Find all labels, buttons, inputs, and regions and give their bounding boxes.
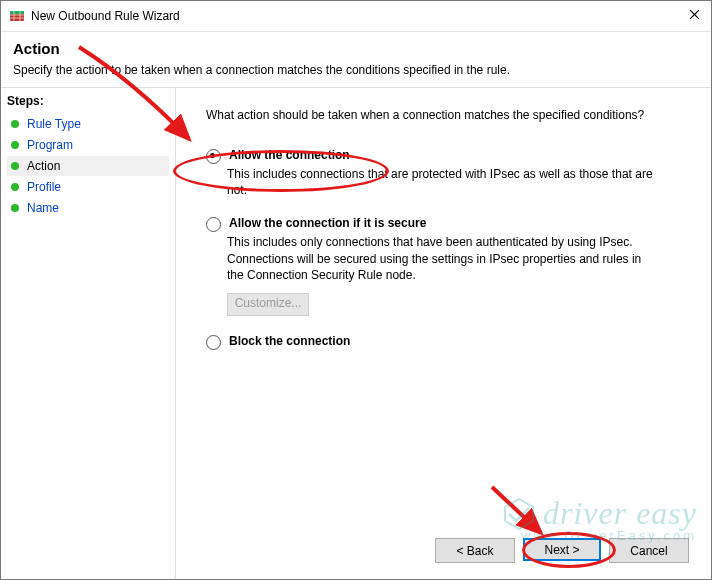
- radio-allow_secure[interactable]: [206, 217, 221, 232]
- main-panel: What action should be taken when a conne…: [176, 88, 711, 579]
- page-subtitle: Specify the action to be taken when a co…: [13, 63, 699, 77]
- window-title: New Outbound Rule Wizard: [31, 9, 180, 23]
- option-label-allow: Allow the connection: [229, 148, 350, 162]
- option-label-block: Block the connection: [229, 334, 350, 348]
- steps-sidebar: Steps: Rule TypeProgramActionProfileName: [1, 88, 176, 579]
- content-area: Steps: Rule TypeProgramActionProfileName…: [1, 87, 711, 579]
- option-desc-allow: This includes connections that are prote…: [227, 166, 657, 198]
- step-item-program[interactable]: Program: [7, 135, 169, 155]
- step-bullet-icon: [11, 204, 19, 212]
- radio-block[interactable]: [206, 335, 221, 350]
- step-item-name[interactable]: Name: [7, 198, 169, 218]
- option-label-allow_secure: Allow the connection if it is secure: [229, 216, 426, 230]
- step-item-action[interactable]: Action: [7, 156, 169, 176]
- radio-allow[interactable]: [206, 149, 221, 164]
- wizard-window: New Outbound Rule Wizard Action Specify …: [0, 0, 712, 580]
- cancel-button[interactable]: Cancel: [609, 538, 689, 563]
- step-label: Name: [27, 201, 59, 215]
- close-button[interactable]: [685, 5, 703, 23]
- svg-rect-1: [10, 11, 24, 14]
- option-allow_secure: Allow the connection if it is secureThis…: [206, 216, 689, 316]
- step-item-rule-type[interactable]: Rule Type: [7, 114, 169, 134]
- firewall-icon: [9, 8, 25, 24]
- step-item-profile[interactable]: Profile: [7, 177, 169, 197]
- option-allow: Allow the connectionThis includes connec…: [206, 148, 689, 198]
- step-bullet-icon: [11, 120, 19, 128]
- wizard-buttons: < Back Next > Cancel: [206, 528, 689, 569]
- option-block: Block the connection: [206, 334, 689, 350]
- step-label: Program: [27, 138, 73, 152]
- option-desc-allow_secure: This includes only connections that have…: [227, 234, 657, 283]
- back-button[interactable]: < Back: [435, 538, 515, 563]
- step-label: Profile: [27, 180, 61, 194]
- page-heading: Action: [13, 40, 699, 57]
- action-question: What action should be taken when a conne…: [206, 108, 689, 122]
- step-label: Action: [27, 159, 60, 173]
- step-bullet-icon: [11, 183, 19, 191]
- titlebar: New Outbound Rule Wizard: [1, 1, 711, 32]
- step-bullet-icon: [11, 141, 19, 149]
- step-label: Rule Type: [27, 117, 81, 131]
- steps-label: Steps:: [7, 92, 169, 108]
- customize-button: Customize...: [227, 293, 309, 316]
- step-bullet-icon: [11, 162, 19, 170]
- next-button[interactable]: Next >: [523, 538, 601, 561]
- wizard-header: Action Specify the action to be taken wh…: [1, 32, 711, 87]
